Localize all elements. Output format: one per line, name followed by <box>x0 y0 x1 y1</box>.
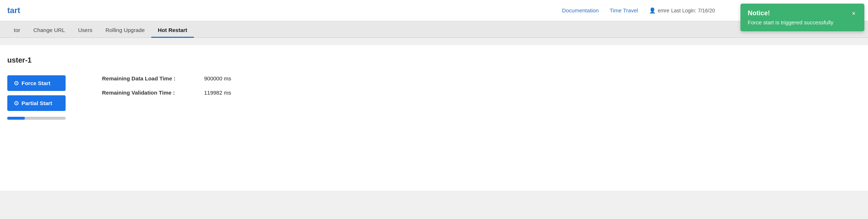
partial-start-button[interactable]: ⊙ Partial Start <box>7 95 66 111</box>
data-load-label: Remaining Data Load Time : <box>102 75 197 81</box>
force-start-button[interactable]: ⊙ Force Start <box>7 75 66 91</box>
data-load-value: 900000 ms <box>204 75 231 81</box>
partial-start-label: Partial Start <box>21 100 52 106</box>
validation-value: 119982 ms <box>204 89 231 96</box>
notice-close-button[interactable]: × <box>850 10 857 17</box>
notice-toast: Notice! × Force start is triggered succe… <box>740 4 864 31</box>
cluster-body: ⊙ Force Start ⊙ Partial Start Remaining … <box>7 75 857 120</box>
notice-header: Notice! × <box>748 9 857 17</box>
validation-label: Remaining Validation Time : <box>102 89 197 96</box>
app-brand: tart <box>7 6 20 15</box>
stat-row-data-load: Remaining Data Load Time : 900000 ms <box>102 75 231 81</box>
progress-bar-inner <box>7 117 25 120</box>
notice-body: Force start is triggered successfully <box>748 19 857 25</box>
stat-row-validation: Remaining Validation Time : 119982 ms <box>102 89 231 96</box>
header-right: Documentation Time Travel 👤 emre Last Lo… <box>562 7 715 14</box>
username: emre <box>658 8 669 13</box>
partial-start-icon: ⊙ <box>14 100 19 107</box>
tab-tor[interactable]: tor <box>7 23 27 38</box>
notice-title: Notice! <box>748 9 770 17</box>
progress-bar-outer <box>7 117 66 120</box>
time-travel-link[interactable]: Time Travel <box>610 7 638 13</box>
tab-users[interactable]: Users <box>71 23 99 38</box>
user-info: 👤 emre Last Login: 7/16/20 <box>649 7 715 14</box>
stats-column: Remaining Data Load Time : 900000 ms Rem… <box>102 75 231 96</box>
tab-change-url[interactable]: Change URL <box>27 23 72 38</box>
force-start-label: Force Start <box>21 80 50 86</box>
force-start-icon: ⊙ <box>14 80 19 87</box>
tab-hot-restart[interactable]: Hot Restart <box>151 23 194 38</box>
main-content: uster-1 ⊙ Force Start ⊙ Partial Start Re… <box>0 45 868 191</box>
documentation-link[interactable]: Documentation <box>562 7 599 13</box>
cluster-title: uster-1 <box>7 56 857 64</box>
header: tart Documentation Time Travel 👤 emre La… <box>0 0 868 21</box>
header-left: tart <box>7 6 27 15</box>
last-login-label: Last Login: <box>671 8 696 13</box>
buttons-column: ⊙ Force Start ⊙ Partial Start <box>7 75 66 120</box>
nav-tabs: tor Change URL Users Rolling Upgrade Hot… <box>0 21 868 38</box>
user-icon: 👤 <box>649 7 656 14</box>
last-login-date: 7/16/20 <box>698 8 715 13</box>
tab-rolling-upgrade[interactable]: Rolling Upgrade <box>99 23 151 38</box>
progress-bar-container <box>7 117 66 120</box>
